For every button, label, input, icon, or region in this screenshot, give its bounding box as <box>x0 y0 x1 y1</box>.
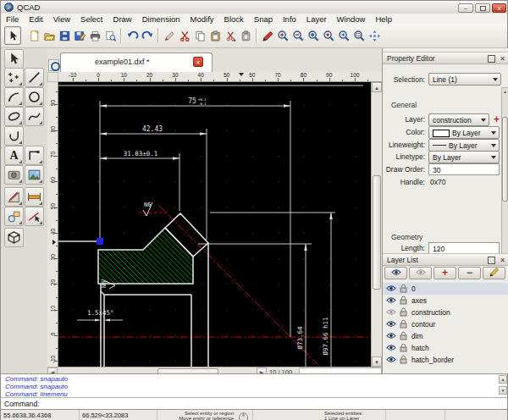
layer-visibility-eye-icon[interactable] <box>386 344 396 353</box>
toolbar-open-file-button[interactable] <box>41 27 57 44</box>
menu-item-snap[interactable]: Snap <box>249 14 278 24</box>
toolbar-redo-button[interactable] <box>140 27 155 44</box>
add-layer-icon[interactable]: + <box>494 114 500 124</box>
layer-visibility-eye-icon[interactable] <box>386 296 396 306</box>
toolbar-property-pen-button[interactable] <box>162 27 177 44</box>
layer-lock-icon[interactable] <box>400 307 407 318</box>
show-all-layers-button[interactable] <box>384 267 407 279</box>
layer-lock-icon[interactable] <box>400 319 407 330</box>
property-combo-lineweight[interactable]: By Layer <box>428 139 500 152</box>
menu-item-edit[interactable]: Edit <box>24 14 47 24</box>
layer-lock-icon[interactable] <box>400 343 407 354</box>
layer-row-dim[interactable]: dim <box>383 330 508 342</box>
layer-visibility-eye-icon[interactable] <box>386 285 396 294</box>
tool-solid-tools-button[interactable] <box>4 228 24 247</box>
toolbar-copy-button[interactable] <box>192 27 207 44</box>
selection-combobox[interactable]: Line (1) <box>428 73 501 86</box>
toolbar-zoom-redraw-button[interactable] <box>321 27 336 44</box>
tool-polyline-tools-button[interactable] <box>4 126 24 146</box>
toolbar-zoom-in-button[interactable] <box>275 27 290 44</box>
property-editor-scrollbar[interactable]: ▲ ▼ <box>501 87 508 253</box>
property-input-draw-order[interactable]: 30 <box>428 163 500 175</box>
property-combo-linetype[interactable]: By Layer <box>428 151 500 163</box>
tool-point-tools-button[interactable] <box>4 68 24 87</box>
tool-ellipse-tools-button[interactable] <box>4 107 24 126</box>
layer-lock-icon[interactable] <box>400 284 407 295</box>
layer-row-contour[interactable]: contour <box>383 318 508 330</box>
tool-text-tool-button[interactable]: A <box>4 146 24 165</box>
toolbar-zoom-window-button[interactable] <box>351 27 367 44</box>
command-history[interactable]: Command: snapautoCommand: snapautoComman… <box>1 373 507 397</box>
tool-arc-tools-button[interactable] <box>4 87 24 107</box>
menu-item-file[interactable]: File <box>1 14 24 24</box>
layer-lock-icon[interactable] <box>400 355 407 366</box>
layer-row-construction[interactable]: construction <box>383 307 508 318</box>
menu-item-help[interactable]: Help <box>370 14 397 24</box>
drawing-canvas[interactable]: N6 N6 75 +0.1 -0.1 42.43 31.83±0.1 1.5x4… <box>58 82 371 367</box>
tool-modify-tools-button[interactable] <box>25 207 44 226</box>
toolbar-pan-button[interactable] <box>367 27 382 44</box>
toolbar-draw-pen-button[interactable] <box>260 27 275 44</box>
toolbar-cut-button[interactable] <box>177 27 192 44</box>
toolbar-new-file-button[interactable] <box>26 27 41 44</box>
tool-line-tools-button[interactable] <box>25 68 44 87</box>
toolbar-print-button[interactable] <box>87 27 102 44</box>
layer-visibility-eye-icon[interactable] <box>386 308 396 318</box>
property-combo-layer[interactable]: construction <box>428 113 489 126</box>
scroll-down-icon[interactable]: ▼ <box>372 356 382 367</box>
tool-block-tools-button[interactable] <box>4 207 24 226</box>
tool-selection-pointer-button[interactable] <box>4 49 24 69</box>
menu-item-select[interactable]: Select <box>75 14 108 24</box>
toolbar-zoom-previous-button[interactable] <box>336 27 351 44</box>
vertical-scroll-thumb[interactable] <box>373 175 381 290</box>
layer-visibility-eye-icon[interactable] <box>386 332 396 341</box>
menu-item-block[interactable]: Block <box>219 14 249 24</box>
toolbar-selection-pointer-button[interactable] <box>4 26 21 45</box>
float-panel-icon[interactable] <box>488 55 495 63</box>
tool-shape-tools-button[interactable] <box>25 146 44 165</box>
float-panel-icon[interactable] <box>488 257 495 264</box>
toolbar-paste-button[interactable] <box>207 27 223 44</box>
canvas-vertical-scrollbar[interactable]: ▲ ▼ <box>371 82 382 367</box>
menu-item-layer[interactable]: Layer <box>301 14 332 24</box>
toolbar-undo-button[interactable] <box>124 27 140 44</box>
toolbar-save-as-button[interactable] <box>72 27 87 44</box>
selection-handle[interactable] <box>97 238 103 245</box>
toolbar-auto-zoom-button[interactable] <box>306 27 321 44</box>
layer-visibility-eye-icon[interactable] <box>386 320 396 329</box>
layer-row-axes[interactable]: axes <box>383 295 508 307</box>
pe-scroll-thumb[interactable] <box>502 117 508 202</box>
layer-visibility-eye-icon[interactable] <box>386 356 396 365</box>
document-tab[interactable]: example01.dxf * x <box>60 52 213 72</box>
remove-layer-button[interactable]: − <box>458 267 481 279</box>
layer-row-hatch[interactable]: hatch <box>383 342 508 354</box>
history-scroll-down-icon[interactable]: ▼ <box>499 386 507 395</box>
property-input-length[interactable]: 120 <box>428 242 500 253</box>
close-button[interactable]: x <box>492 3 506 13</box>
edit-layer-button[interactable] <box>483 267 505 279</box>
menu-item-view[interactable]: View <box>48 14 75 24</box>
history-scroll-up-icon[interactable]: ▲ <box>499 375 507 384</box>
pe-scroll-up-icon[interactable]: ▲ <box>502 89 508 94</box>
tool-circle-tools-button[interactable] <box>25 87 44 107</box>
menu-item-draw[interactable]: Draw <box>108 14 137 24</box>
toolbar-paste-reference-button[interactable] <box>238 27 253 44</box>
menu-item-window[interactable]: Window <box>332 14 371 24</box>
tab-close-icon[interactable]: x <box>193 57 203 67</box>
property-combo-color[interactable]: By Layer <box>428 126 500 139</box>
menu-item-info[interactable]: Info <box>278 14 301 24</box>
menu-item-modify[interactable]: Modify <box>185 14 219 24</box>
layer-row-0[interactable]: 0 <box>383 283 508 295</box>
scroll-up-icon[interactable]: ▲ <box>372 82 382 92</box>
layer-lock-icon[interactable] <box>400 296 407 307</box>
tool-image-tool-button[interactable] <box>25 165 44 185</box>
qcad-doc-icon[interactable] <box>48 59 59 71</box>
layer-row-hatch_border[interactable]: hatch_border <box>383 354 508 366</box>
tool-hatch-tool-button[interactable] <box>4 187 24 207</box>
command-input-row[interactable]: Command: <box>1 397 507 409</box>
close-panel-icon[interactable]: ✕ <box>500 55 505 63</box>
toolbar-print-preview-button[interactable] <box>102 27 118 44</box>
minimize-button[interactable]: – <box>458 3 473 13</box>
add-layer-button[interactable]: + <box>433 267 456 279</box>
tool-viewport-tool-button[interactable] <box>4 165 24 185</box>
